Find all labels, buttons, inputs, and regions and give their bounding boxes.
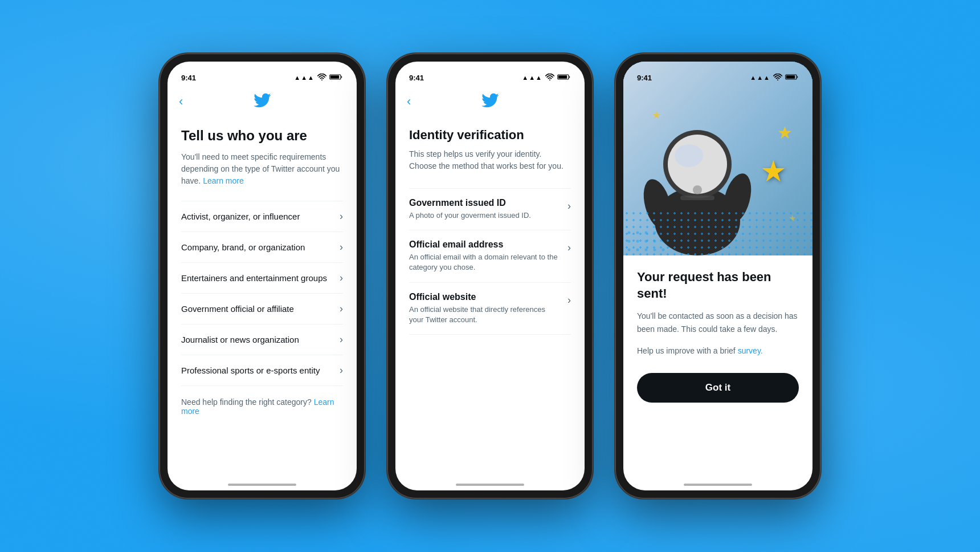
back-button-2[interactable]: ‹ (407, 94, 411, 109)
home-indicator-3 (684, 484, 752, 486)
learn-more-link-1[interactable]: Learn more (203, 176, 244, 185)
svg-point-23 (671, 240, 673, 243)
svg-text:★: ★ (777, 123, 793, 142)
signal-icon-1: ▲▲▲ (294, 74, 315, 81)
svg-point-12 (645, 232, 648, 234)
option-email-title: Official email address (409, 240, 561, 250)
svg-point-24 (679, 240, 682, 243)
option-website-title: Official website (409, 292, 561, 302)
battery-icon-2 (557, 74, 571, 82)
svg-point-14 (662, 232, 665, 234)
chevron-website: › (567, 294, 571, 306)
nav-bar-2: ‹ (395, 87, 585, 116)
svg-point-19 (636, 240, 639, 243)
svg-text:★: ★ (652, 109, 661, 121)
svg-point-20 (645, 240, 648, 243)
category-entertainers[interactable]: Entertainers and entertainment groups › (181, 263, 343, 294)
svg-point-0 (321, 79, 322, 80)
illustration-svg: ★ ★ ★ ★ (623, 62, 812, 255)
chevron-entertainers: › (340, 272, 343, 284)
twitter-logo-2 (481, 91, 499, 112)
status-bar-3: 9:41 ▲▲▲ (623, 62, 812, 87)
screen1-content: Tell us who you are You'll need to meet … (168, 116, 357, 490)
verification-option-id[interactable]: Government issued ID A photo of your gov… (409, 188, 571, 230)
phone-3-screen: 9:41 ▲▲▲ (623, 62, 812, 490)
screen2-subtitle: This step helps us verify your identity.… (409, 148, 571, 172)
option-website-desc: An official website that directly refere… (409, 305, 561, 325)
svg-point-33 (675, 144, 703, 167)
svg-point-37 (693, 185, 702, 194)
signal-icon-3: ▲▲▲ (750, 74, 770, 81)
status-time-2: 9:41 (409, 74, 424, 82)
wifi-icon-1 (317, 74, 326, 82)
status-bar-2: 9:41 ▲▲▲ (395, 62, 585, 87)
chevron-government: › (340, 303, 343, 315)
nav-bar-1: ‹ (168, 87, 357, 116)
svg-point-28 (654, 249, 656, 251)
svg-rect-5 (558, 75, 567, 79)
screen2-content: Identity verification This step helps us… (395, 116, 585, 490)
svg-point-6 (777, 79, 778, 80)
category-sports[interactable]: Professional sports or e-sports entity › (181, 355, 343, 386)
svg-point-27 (645, 249, 648, 251)
wifi-icon-3 (773, 74, 782, 82)
request-title: Your request has been sent! (637, 269, 799, 302)
option-id-desc: A photo of your goverment issued ID. (409, 210, 561, 221)
svg-point-26 (636, 249, 639, 251)
verification-option-website[interactable]: Official website An official website tha… (409, 283, 571, 335)
svg-point-3 (549, 79, 550, 80)
got-it-button[interactable]: Got it (637, 373, 799, 403)
status-icons-2: ▲▲▲ (522, 74, 571, 82)
verification-option-email[interactable]: Official email address An official email… (409, 230, 571, 282)
svg-point-16 (679, 232, 682, 234)
svg-point-17 (688, 232, 691, 234)
status-icons-3: ▲▲▲ (750, 74, 799, 82)
category-activist[interactable]: Activist, organizer, or influencer › (181, 201, 343, 232)
twitter-logo-1 (253, 91, 271, 112)
status-time-3: 9:41 (637, 74, 652, 82)
phone-3: 9:41 ▲▲▲ (615, 54, 820, 498)
request-survey: Help us improve with a brief survey. (637, 344, 799, 357)
survey-link[interactable]: survey. (738, 346, 763, 355)
help-text: Need help finding the right category? Le… (181, 397, 343, 416)
svg-point-29 (662, 249, 665, 251)
screen1-title: Tell us who you are (181, 128, 343, 144)
category-government[interactable]: Government official or affiliate › (181, 294, 343, 324)
svg-point-21 (654, 240, 656, 243)
category-journalist[interactable]: Journalist or news organization › (181, 324, 343, 355)
svg-rect-8 (786, 75, 795, 79)
screen2-title: Identity verification (409, 128, 571, 143)
signal-icon-2: ▲▲▲ (522, 74, 542, 81)
chevron-email: › (567, 242, 571, 254)
phone-2-screen: 9:41 ▲▲▲ (395, 62, 585, 490)
status-time-1: 9:41 (181, 74, 196, 82)
svg-point-15 (671, 232, 673, 234)
chevron-sports: › (340, 364, 343, 376)
phone-1-screen: 9:41 ▲▲▲ (168, 62, 357, 490)
svg-rect-2 (330, 75, 339, 79)
phone-1: 9:41 ▲▲▲ (160, 54, 365, 498)
back-button-1[interactable]: ‹ (179, 94, 183, 109)
option-email-desc: An official email with a domain relevant… (409, 252, 561, 273)
svg-point-18 (628, 240, 631, 243)
home-indicator-1 (228, 484, 296, 486)
svg-text:★: ★ (760, 155, 787, 188)
battery-icon-1 (329, 74, 343, 82)
phone-2: 9:41 ▲▲▲ (387, 54, 593, 498)
chevron-id: › (567, 200, 571, 212)
wifi-icon-2 (545, 74, 554, 82)
category-company[interactable]: Company, brand, or organization › (181, 232, 343, 263)
svg-point-22 (662, 240, 665, 243)
svg-rect-36 (680, 196, 714, 200)
svg-point-10 (628, 232, 631, 234)
status-icons-1: ▲▲▲ (294, 74, 343, 82)
request-description: You'll be contacted as soon as a decisio… (637, 310, 799, 335)
screen1-subtitle: You'll need to meet specific requirement… (181, 151, 343, 187)
battery-icon-3 (785, 74, 799, 82)
request-content: Your request has been sent! You'll be co… (623, 255, 812, 490)
svg-point-13 (654, 232, 656, 234)
illustration-area: 9:41 ▲▲▲ (623, 62, 812, 255)
svg-text:★: ★ (789, 213, 796, 223)
status-bar-1: 9:41 ▲▲▲ (168, 62, 357, 87)
chevron-journalist: › (340, 334, 343, 346)
